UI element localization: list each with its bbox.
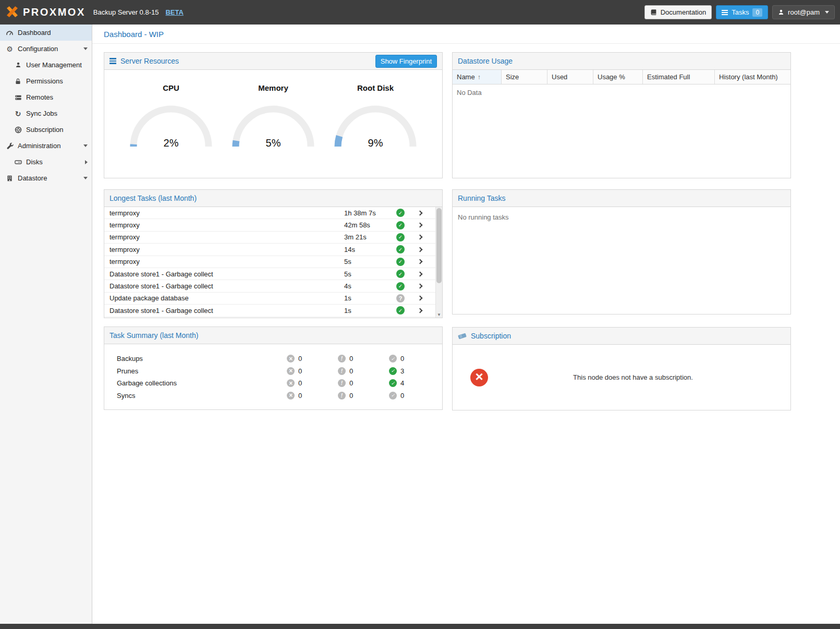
sidebar-item-datastore[interactable]: Datastore xyxy=(0,170,92,186)
sidebar-item-label: Administration xyxy=(18,142,60,150)
vertical-scrollbar[interactable]: ▼ xyxy=(435,207,442,318)
chevron-right-icon[interactable] xyxy=(405,309,435,312)
topbar-actions: Documentation Tasks 0 root@pam xyxy=(644,5,835,19)
task-duration: 14s xyxy=(344,246,396,253)
chevron-right-icon[interactable] xyxy=(405,284,435,288)
panel-title: Server Resources xyxy=(120,57,179,65)
sidebar-item-administration[interactable]: Administration xyxy=(0,138,92,154)
task-row[interactable]: termproxy 3m 21s xyxy=(104,232,435,244)
warning-icon xyxy=(338,367,346,375)
task-name: termproxy xyxy=(109,258,344,265)
sidebar-item-remotes[interactable]: Remotes xyxy=(0,89,92,105)
column-header-used[interactable]: Used xyxy=(547,70,593,84)
warning-icon xyxy=(338,392,346,400)
user-icon xyxy=(778,9,784,16)
sidebar-item-user-management[interactable]: User Management xyxy=(0,57,92,73)
column-header-size[interactable]: Size xyxy=(502,70,547,84)
ok-count: 0 xyxy=(400,392,404,400)
sidebar-item-label: Dashboard xyxy=(18,29,51,37)
task-name: termproxy xyxy=(109,246,344,253)
ok-icon xyxy=(389,392,397,400)
chevron-down-icon[interactable] xyxy=(83,144,88,147)
tasks-button[interactable]: Tasks 0 xyxy=(716,5,768,19)
building-icon xyxy=(5,175,14,182)
summary-row: Backups 0 0 0 xyxy=(104,353,442,365)
task-row[interactable]: termproxy 14s xyxy=(104,244,435,256)
task-duration: 3m 21s xyxy=(344,233,396,241)
task-duration: 5s xyxy=(344,258,396,265)
beta-link[interactable]: BETA xyxy=(165,8,183,16)
sidebar-item-permissions[interactable]: Permissions xyxy=(0,73,92,89)
task-status-icon xyxy=(396,306,405,314)
column-header-usage[interactable]: Usage % xyxy=(593,70,643,84)
column-header-history[interactable]: History (last Month) xyxy=(715,70,790,84)
task-duration: 5s xyxy=(344,270,396,278)
sidebar-item-label: Subscription xyxy=(26,126,64,134)
task-name: Update package database xyxy=(109,294,344,302)
chevron-right-icon[interactable] xyxy=(405,211,435,215)
column-header-estimated-full[interactable]: Estimated Full xyxy=(643,70,715,84)
server-icon xyxy=(14,94,22,101)
server-resources-icon xyxy=(109,58,116,64)
running-tasks-empty-text: No running tasks xyxy=(453,207,790,314)
chevron-down-icon[interactable] xyxy=(83,47,88,50)
task-row[interactable]: termproxy 1h 38m 7s xyxy=(104,207,435,219)
task-name: Datastore store1 - Garbage collect xyxy=(109,307,344,314)
sidebar-item-sync-jobs[interactable]: ↻ Sync Jobs xyxy=(0,105,92,122)
subscription-message: This node does not have a subscription. xyxy=(488,373,778,381)
task-status-icon xyxy=(396,221,405,229)
left-column: Server Resources Show Fingerprint CPU xyxy=(104,52,443,410)
sidebar-item-disks[interactable]: Disks xyxy=(0,154,92,170)
panel-title: Running Tasks xyxy=(458,194,506,202)
scrollbar-thumb[interactable] xyxy=(436,208,442,283)
no-subscription-icon: × xyxy=(470,369,488,386)
chevron-right-icon[interactable] xyxy=(405,248,435,251)
gauge-label: Root Disk xyxy=(326,83,425,92)
task-row[interactable]: termproxy 5s xyxy=(104,256,435,268)
chevron-down-icon[interactable] xyxy=(83,177,88,179)
task-row[interactable]: Update package database 1s xyxy=(104,293,435,305)
sidebar-item-label: Configuration xyxy=(18,45,58,53)
task-status-icon xyxy=(396,209,405,217)
task-list-icon xyxy=(722,10,728,15)
window-edge xyxy=(0,624,840,629)
scroll-down-icon[interactable]: ▼ xyxy=(436,312,442,317)
task-row[interactable]: termproxy 42m 58s xyxy=(104,219,435,231)
task-row[interactable]: Datastore store1 - Garbage collect 5s xyxy=(104,268,435,280)
ok-count: 3 xyxy=(400,367,404,375)
chevron-right-icon[interactable] xyxy=(405,235,435,239)
task-row[interactable]: Datastore store1 - Garbage collect 4s xyxy=(104,280,435,292)
chevron-right-icon[interactable] xyxy=(405,296,435,300)
sidebar-item-label: Sync Jobs xyxy=(26,110,57,117)
product-version: Backup Server 0.8-15 xyxy=(93,8,159,16)
sidebar-item-label: Remotes xyxy=(26,93,53,101)
warning-icon xyxy=(338,379,346,387)
panel-title: Datastore Usage xyxy=(458,57,513,65)
sidebar-item-configuration[interactable]: ⚙ Configuration xyxy=(0,41,92,57)
task-name: termproxy xyxy=(109,209,344,217)
summary-label: Syncs xyxy=(117,392,287,400)
chevron-right-icon[interactable] xyxy=(405,223,435,227)
task-duration: 1s xyxy=(344,294,396,302)
datastore-table-header: Name ↑ Size Used Usage % Estimated Full … xyxy=(453,70,790,84)
right-column: Datastore Usage Name ↑ Size Used Usage %… xyxy=(452,52,791,410)
summary-label: Garbage collections xyxy=(117,379,287,387)
gauge-value: 9% xyxy=(331,137,420,149)
main-content: Dashboard - WIP Server Resources Show Fi… xyxy=(92,25,840,624)
chevron-right-icon[interactable] xyxy=(85,160,88,164)
error-icon xyxy=(287,392,295,400)
documentation-button[interactable]: Documentation xyxy=(644,5,712,19)
task-row[interactable]: Datastore store1 - Garbage collect 1s xyxy=(104,305,435,317)
column-header-name[interactable]: Name ↑ xyxy=(453,70,502,84)
error-count: 0 xyxy=(298,355,302,362)
user-icon xyxy=(14,62,22,68)
brand: PROXMOX Backup Server 0.8-15 BETA xyxy=(5,6,184,19)
sidebar-item-subscription[interactable]: Subscription xyxy=(0,122,92,138)
sidebar-item-dashboard[interactable]: Dashboard xyxy=(0,25,92,41)
chevron-right-icon[interactable] xyxy=(405,272,435,276)
error-icon xyxy=(287,355,295,362)
show-fingerprint-button[interactable]: Show Fingerprint xyxy=(375,55,437,68)
brand-wordmark: PROXMOX xyxy=(23,6,86,18)
chevron-right-icon[interactable] xyxy=(405,260,435,263)
user-menu-button[interactable]: root@pam xyxy=(772,5,835,19)
